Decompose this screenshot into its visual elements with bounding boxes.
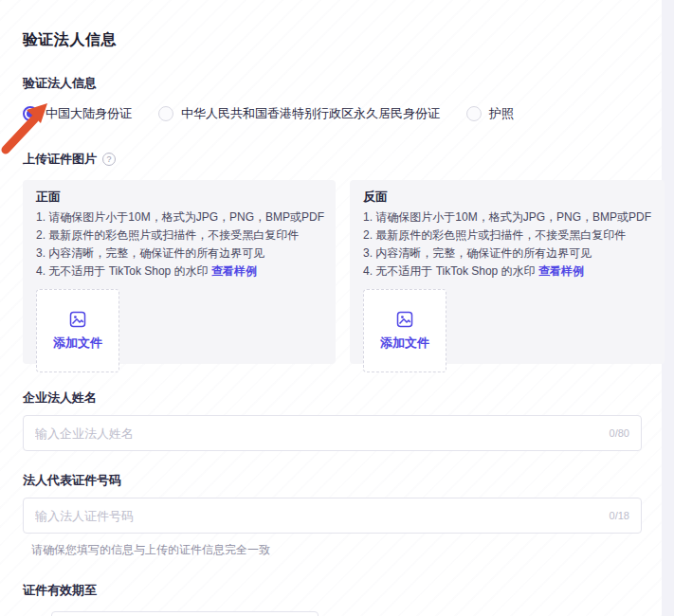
legal-name-label: 企业法人姓名 (23, 390, 642, 407)
rule-item: 4. 无不适用于 TikTok Shop 的水印 查看样例 (363, 263, 651, 281)
view-sample-link[interactable]: 查看样例 (538, 264, 584, 278)
card-front-title: 正面 (36, 189, 322, 206)
card-back-title: 反面 (363, 189, 651, 206)
rule-item: 4. 无不适用于 TikTok Shop 的水印 查看样例 (36, 263, 322, 281)
id-number-label: 法人代表证件号码 (23, 472, 642, 489)
rule-item: 3. 内容清晰，完整，确保证件的所有边界可见 (363, 245, 651, 263)
id-type-radio-group: 中国大陆身份证 中华人民共和国香港特别行政区永久居民身份证 护照 (23, 105, 642, 122)
upload-cards: 正面 1. 请确保图片小于10M，格式为JPG，PNG，BMP或PDF 2. 最… (23, 180, 642, 364)
legal-name-field[interactable]: 0/80 (23, 415, 642, 451)
id-number-helper: 请确保您填写的信息与上传的证件信息完全一致 (31, 542, 642, 558)
id-number-input[interactable] (35, 509, 602, 523)
upload-card-front: 正面 1. 请确保图片小于10M，格式为JPG，PNG，BMP或PDF 2. 最… (23, 180, 336, 364)
verify-legal-person-panel: 验证法人信息 验证法人信息 中国大陆身份证 中华人民共和国香港特别行政区永久居民… (23, 30, 642, 616)
radio-unselected-icon[interactable] (158, 106, 173, 121)
add-file-label: 添加文件 (380, 335, 429, 352)
radio-passport[interactable]: 护照 (466, 105, 514, 122)
legal-name-counter: 0/80 (610, 427, 629, 439)
validity-row: 长期有效 (23, 611, 642, 616)
add-file-dropzone-front[interactable]: 添加文件 (36, 289, 119, 372)
image-icon (396, 311, 413, 328)
rule-item: 1. 请确保图片小于10M，格式为JPG，PNG，BMP或PDF (363, 208, 651, 226)
radio-selected-icon[interactable] (23, 106, 38, 121)
date-picker-field[interactable] (51, 611, 319, 616)
radio-mainland-id[interactable]: 中国大陆身份证 (23, 105, 132, 122)
page-title: 验证法人信息 (23, 30, 642, 50)
legal-name-input[interactable] (35, 426, 602, 441)
annotation-arrow (0, 95, 59, 155)
radio-passport-label: 护照 (489, 105, 514, 122)
help-question-icon[interactable]: ? (102, 153, 116, 166)
upload-card-back: 反面 1. 请确保图片小于10M，格式为JPG，PNG，BMP或PDF 2. 最… (350, 180, 665, 364)
radio-mainland-id-label: 中国大陆身份证 (46, 105, 132, 122)
upload-section-label: 上传证件图片 (23, 151, 97, 168)
card-back-rules: 1. 请确保图片小于10M，格式为JPG，PNG，BMP或PDF 2. 最新原件… (363, 208, 651, 281)
rule-item: 1. 请确保图片小于10M，格式为JPG，PNG，BMP或PDF (36, 208, 322, 226)
radio-hk-permanent-id-label: 中华人民共和国香港特别行政区永久居民身份证 (181, 105, 440, 122)
image-icon (69, 311, 86, 328)
card-front-rules: 1. 请确保图片小于10M，格式为JPG，PNG，BMP或PDF 2. 最新原件… (36, 208, 322, 281)
view-sample-link[interactable]: 查看样例 (211, 264, 257, 278)
id-type-section-label: 验证法人信息 (23, 75, 642, 92)
radio-hk-permanent-id[interactable]: 中华人民共和国香港特别行政区永久居民身份证 (158, 105, 440, 122)
rule-item: 2. 最新原件的彩色照片或扫描件，不接受黑白复印件 (36, 226, 322, 245)
rule-item: 2. 最新原件的彩色照片或扫描件，不接受黑白复印件 (363, 226, 651, 245)
rule-item: 3. 内容清晰，完整，确保证件的所有边界可见 (36, 245, 322, 263)
radio-unselected-icon[interactable] (466, 106, 482, 121)
validity-label: 证件有效期至 (23, 582, 642, 599)
id-number-field[interactable]: 0/18 (23, 498, 642, 534)
add-file-label: 添加文件 (53, 335, 102, 352)
add-file-dropzone-back[interactable]: 添加文件 (363, 289, 446, 372)
id-number-counter: 0/18 (610, 510, 629, 521)
